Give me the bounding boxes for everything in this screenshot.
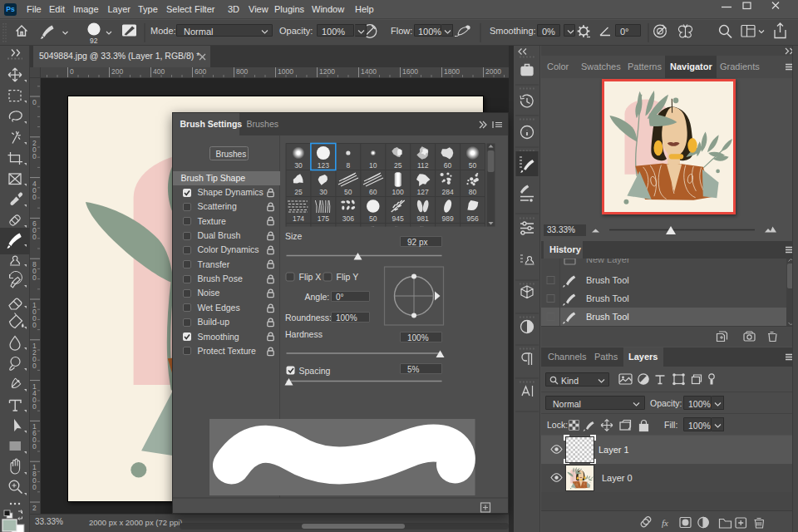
svg-text:50: 50 — [369, 214, 377, 223]
svg-text:981: 981 — [416, 214, 428, 223]
svg-text:100: 100 — [392, 188, 403, 196]
svg-text:123: 123 — [317, 161, 328, 170]
svg-text:1400: 1400 — [361, 67, 377, 76]
svg-text:600: 600 — [195, 67, 206, 76]
svg-text:0: 0 — [32, 321, 37, 329]
svg-text:60: 60 — [369, 188, 377, 196]
svg-text:1000: 1000 — [278, 67, 293, 76]
svg-text:fx: fx — [662, 518, 668, 528]
svg-text:80: 80 — [468, 188, 476, 196]
svg-text:1600: 1600 — [402, 67, 418, 76]
svg-text:175: 175 — [317, 214, 328, 223]
svg-text:200: 200 — [111, 67, 123, 76]
svg-text:2000: 2000 — [485, 67, 501, 76]
svg-text:92: 92 — [90, 37, 98, 45]
svg-text:0: 0 — [32, 273, 37, 282]
svg-text:60: 60 — [443, 161, 451, 170]
svg-text:8: 8 — [346, 161, 350, 170]
svg-text:50: 50 — [344, 188, 352, 196]
svg-text:10: 10 — [369, 161, 377, 170]
svg-text:800: 800 — [236, 67, 248, 76]
svg-text:0: 0 — [70, 67, 74, 76]
svg-text:0: 0 — [32, 233, 37, 241]
svg-text:0: 0 — [32, 98, 37, 106]
svg-text:30: 30 — [294, 161, 303, 170]
svg-text:0: 0 — [32, 483, 37, 491]
svg-text:0: 0 — [32, 193, 37, 201]
svg-text:0: 0 — [32, 442, 37, 451]
svg-text:174: 174 — [292, 214, 303, 223]
svg-text:25: 25 — [393, 161, 401, 170]
svg-text:112: 112 — [416, 161, 428, 170]
svg-text:0: 0 — [32, 402, 37, 411]
svg-text:1200: 1200 — [319, 67, 335, 76]
svg-text:956: 956 — [466, 214, 478, 223]
svg-text:50: 50 — [468, 161, 476, 170]
svg-text:945: 945 — [392, 214, 403, 223]
svg-text:400: 400 — [153, 67, 165, 76]
svg-text:284: 284 — [441, 188, 453, 196]
svg-text:0: 0 — [32, 362, 37, 370]
svg-text:1800: 1800 — [444, 67, 460, 76]
svg-text:127: 127 — [416, 188, 428, 196]
svg-text:25: 25 — [294, 188, 303, 196]
svg-text:30: 30 — [319, 188, 328, 196]
svg-text:2: 2 — [32, 504, 37, 512]
svg-text:989: 989 — [441, 214, 453, 223]
svg-text:0: 0 — [32, 152, 37, 160]
svg-text:306: 306 — [342, 214, 353, 223]
